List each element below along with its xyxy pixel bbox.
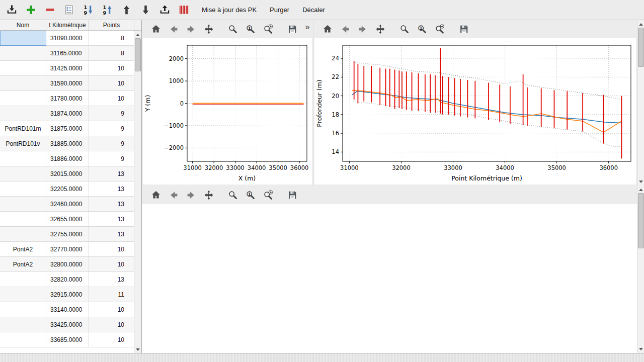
move-up-button[interactable] xyxy=(120,3,133,17)
column-header-nom[interactable]: Nom xyxy=(0,20,46,30)
zoom-one-button[interactable]: 1 xyxy=(245,23,257,36)
forward-button[interactable] xyxy=(357,23,369,36)
bottom-plot-canvas[interactable] xyxy=(142,204,637,353)
cell-pk[interactable]: 32755.0000 xyxy=(46,227,89,242)
cell-nom[interactable]: PontA2 xyxy=(0,242,46,257)
pan-button[interactable] xyxy=(203,189,215,202)
scroll-up-arrow[interactable] xyxy=(637,186,644,193)
cell-points[interactable]: 9 xyxy=(89,151,134,166)
plots-scrollbar[interactable] xyxy=(637,20,644,186)
scroll-up-arrow[interactable] xyxy=(637,21,644,28)
cell-nom[interactable] xyxy=(0,227,46,242)
column-header-pk[interactable]: t Kilométrique xyxy=(46,20,89,30)
cell-pk[interactable]: 31885.0000 xyxy=(46,136,89,151)
cell-points[interactable]: 13 xyxy=(89,212,134,227)
cell-nom[interactable] xyxy=(0,46,46,61)
cell-pk[interactable]: 31165.0000 xyxy=(46,46,89,61)
cell-pk[interactable]: 33685.0000 xyxy=(46,332,89,347)
update-pk-button[interactable]: Mise à jour des PK xyxy=(198,4,260,16)
zoom-select-button[interactable] xyxy=(262,23,274,36)
cell-pk[interactable]: 32915.0000 xyxy=(46,287,89,302)
xy-plot-canvas[interactable]: 310003200033000340003500036000−2000−1000… xyxy=(143,38,312,185)
zoom-select-button[interactable] xyxy=(262,189,274,202)
pan-button[interactable] xyxy=(374,23,386,36)
scrollbar-thumb[interactable] xyxy=(135,38,141,71)
cell-points[interactable]: 10 xyxy=(89,242,134,257)
cell-pk[interactable]: 32015.0000 xyxy=(46,166,89,182)
cell-points[interactable]: 10 xyxy=(89,302,134,317)
forward-button[interactable] xyxy=(185,23,197,36)
cell-pk[interactable]: 32800.0000 xyxy=(46,257,89,272)
cell-pk[interactable]: 31780.0000 xyxy=(46,91,89,106)
cell-nom[interactable] xyxy=(0,91,46,106)
save-button[interactable] xyxy=(458,23,470,36)
zoom-select-button[interactable] xyxy=(434,23,446,36)
cell-nom[interactable] xyxy=(0,287,46,302)
save-button[interactable] xyxy=(286,189,298,202)
scroll-down-arrow[interactable] xyxy=(134,346,141,353)
cell-nom[interactable] xyxy=(0,212,46,227)
import-button[interactable] xyxy=(5,3,18,17)
cell-nom[interactable]: PontRD101v xyxy=(0,136,46,151)
cell-points[interactable]: 8 xyxy=(89,46,134,61)
cell-nom[interactable] xyxy=(0,166,46,182)
cell-points[interactable]: 13 xyxy=(89,227,134,242)
scrollbar-thumb[interactable] xyxy=(638,28,644,67)
zoom-button[interactable] xyxy=(227,23,239,36)
cell-points[interactable]: 9 xyxy=(89,136,134,151)
cell-pk[interactable]: 31425.0000 xyxy=(46,61,89,76)
pk-lines-button[interactable] xyxy=(177,3,190,17)
back-button[interactable] xyxy=(168,189,180,202)
cell-nom[interactable]: PontA2 xyxy=(0,257,46,272)
zoom-button[interactable] xyxy=(398,23,411,36)
cell-points[interactable]: 9 xyxy=(89,106,134,121)
cell-points[interactable]: 13 xyxy=(89,182,134,197)
cell-nom[interactable] xyxy=(0,197,46,212)
table-scrollbar[interactable] xyxy=(134,31,141,353)
back-button[interactable] xyxy=(168,23,180,36)
cell-pk[interactable]: 32770.0000 xyxy=(46,242,89,257)
cell-pk[interactable]: 32205.0000 xyxy=(46,182,89,197)
zoom-one-button[interactable]: 1 xyxy=(245,189,257,202)
cell-nom[interactable] xyxy=(0,317,46,332)
cell-points[interactable]: 10 xyxy=(89,332,134,347)
cell-pk[interactable]: 31590.0000 xyxy=(46,76,89,91)
cell-points[interactable]: 8 xyxy=(89,31,134,46)
remove-row-button[interactable] xyxy=(43,3,56,17)
scroll-down-arrow[interactable] xyxy=(637,178,644,185)
scroll-down-arrow[interactable] xyxy=(637,345,644,352)
cell-nom[interactable] xyxy=(0,31,46,46)
scrollbar-thumb[interactable] xyxy=(638,193,644,248)
pan-button[interactable] xyxy=(203,23,215,36)
cell-points[interactable]: 10 xyxy=(89,317,134,332)
cell-pk[interactable]: 31875.0000 xyxy=(46,121,89,136)
zoom-one-button[interactable]: 1 xyxy=(416,23,428,36)
cell-nom[interactable] xyxy=(0,61,46,76)
cell-nom[interactable] xyxy=(0,106,46,121)
cell-nom[interactable] xyxy=(0,76,46,91)
profile-plot-canvas[interactable]: 3100032000330003400035000360001416182022… xyxy=(314,38,636,185)
cell-points[interactable]: 11 xyxy=(89,287,134,302)
cell-nom[interactable] xyxy=(0,332,46,347)
save-button[interactable] xyxy=(286,23,298,36)
add-row-button[interactable] xyxy=(24,3,37,17)
purge-button[interactable]: Purger xyxy=(266,4,293,16)
home-button[interactable] xyxy=(321,23,334,36)
zoom-button[interactable] xyxy=(227,189,239,202)
cell-nom[interactable]: PontRD101m xyxy=(0,121,46,136)
cell-pk[interactable]: 33140.0000 xyxy=(46,302,89,317)
cell-points[interactable]: 13 xyxy=(89,166,134,182)
cell-nom[interactable] xyxy=(0,182,46,197)
cell-points[interactable]: 10 xyxy=(89,76,134,91)
sort-descending-button[interactable]: 1 9 xyxy=(82,3,95,17)
export-button[interactable] xyxy=(158,3,171,17)
cell-points[interactable]: 10 xyxy=(89,61,134,76)
cell-points[interactable]: 10 xyxy=(89,91,134,106)
cell-points[interactable]: 13 xyxy=(89,197,134,212)
cell-points[interactable]: 9 xyxy=(89,121,134,136)
cell-pk[interactable]: 31886.0000 xyxy=(46,151,89,166)
bottom-plot-scrollbar[interactable] xyxy=(637,186,644,353)
home-button[interactable] xyxy=(150,189,162,202)
column-header-points[interactable]: Points xyxy=(89,20,134,30)
move-down-button[interactable] xyxy=(139,3,152,17)
